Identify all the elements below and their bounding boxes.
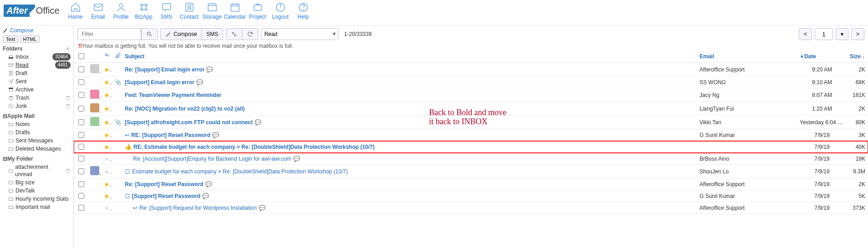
nav-contact[interactable]: Contact — [178, 2, 201, 20]
mail-row[interactable]: ★📎[Support] alfrofreight.com FTP could n… — [74, 116, 868, 129]
compose-link[interactable]: Compose — [10, 27, 33, 34]
col-flags[interactable] — [101, 50, 112, 63]
subject-link[interactable]: RE: Estimate budget for each company > R… — [133, 144, 375, 150]
row-checkbox[interactable] — [78, 92, 84, 98]
search-button[interactable] — [141, 28, 158, 40]
row-checkbox[interactable] — [78, 168, 84, 174]
row-checkbox[interactable] — [78, 144, 84, 150]
filter-input[interactable] — [77, 28, 141, 40]
folder-draft[interactable]: Draft — [3, 69, 71, 77]
nav-storage[interactable]: Storage — [201, 2, 224, 20]
refresh-button[interactable] — [242, 28, 258, 40]
col-date[interactable]: ▼Date — [797, 50, 847, 63]
trash-icon[interactable] — [66, 168, 71, 173]
subject-link[interactable]: Fwd: TeamViewer Payment Reminder — [125, 92, 221, 98]
subject-link[interactable]: Re: [Support] Request for Wordpress Inst… — [139, 205, 257, 211]
folder-archive[interactable]: Archive — [3, 86, 71, 94]
mail-row[interactable]: ★Estimate budget for each company > Re: … — [74, 165, 868, 178]
compose-text-button[interactable]: Text — [3, 35, 18, 43]
compose-html-button[interactable]: HTML — [20, 35, 40, 43]
settings-button[interactable] — [226, 28, 242, 40]
mail-row[interactable]: ★Re: [Account][Support]Enquiry for Backe… — [74, 153, 868, 165]
mail-row[interactable]: ★Re: [Support] Reset Password 💬Afteroffi… — [74, 178, 868, 190]
star-icon[interactable]: ★ — [104, 119, 112, 126]
folder-hourly-incoming-stats[interactable]: Hourly incoming Stats — [3, 195, 71, 203]
nav-project[interactable]: Project — [246, 2, 269, 20]
row-checkbox[interactable] — [78, 181, 84, 187]
next-page-button[interactable]: > — [851, 28, 864, 40]
nav-sms[interactable]: SMS — [155, 2, 178, 20]
nav-home[interactable]: Home — [64, 2, 87, 20]
logo[interactable]: After Office — [4, 5, 60, 17]
col-email[interactable]: Email — [697, 50, 797, 63]
col-attach[interactable] — [112, 50, 122, 63]
subject-link[interactable]: Re: [NOC] Migration for vo22 (cbj2) to v… — [125, 106, 245, 112]
star-icon[interactable]: ★ — [104, 91, 112, 99]
my-folder-header[interactable]: ⊟ My Folder — [3, 156, 71, 162]
star-icon[interactable]: ★ — [104, 192, 112, 200]
folder-junk[interactable]: Junk — [3, 102, 71, 110]
collapse-icon[interactable]: ⊟ — [3, 113, 7, 119]
col-size[interactable]: Size ↕ — [847, 50, 868, 63]
star-icon[interactable]: ★ — [104, 143, 112, 151]
nav-help[interactable]: Help — [292, 2, 315, 20]
row-checkbox[interactable] — [78, 205, 84, 211]
subject-link[interactable]: [Support] Reset Password — [132, 193, 200, 199]
subject-link[interactable]: Re: [Support] Email login error — [125, 66, 204, 73]
row-checkbox[interactable] — [78, 193, 84, 199]
trash-icon[interactable] — [65, 95, 71, 101]
page-dropdown-button[interactable]: ▾ — [836, 28, 848, 40]
col-subject[interactable]: Subject — [122, 50, 697, 63]
sms-button[interactable]: SMS — [202, 28, 223, 40]
row-checkbox[interactable] — [78, 79, 84, 85]
mail-row[interactable]: ★↩RE: [Support] Reset Password 💬G Sunil … — [74, 129, 868, 141]
collapse-icon[interactable]: ⊟ — [3, 156, 7, 162]
folder-deleted-messages[interactable]: Deleted Messages — [3, 145, 71, 153]
nav-logout[interactable]: Logout — [269, 2, 292, 20]
star-icon[interactable]: ★ — [104, 168, 112, 175]
nav-calendar[interactable]: Calendar — [224, 2, 246, 20]
folder-notes[interactable]: Notes — [3, 120, 71, 128]
folder-drafts[interactable]: Drafts — [3, 128, 71, 137]
star-icon[interactable]: ★ — [104, 66, 112, 73]
folder-trash[interactable]: Trash — [3, 94, 71, 102]
mail-row[interactable]: ★[Support] Reset Password 💬G Sunil Kumar… — [74, 190, 868, 202]
nav-profile[interactable]: Profile — [110, 2, 133, 20]
folder-sent[interactable]: Sent — [3, 77, 71, 86]
subject-link[interactable]: [Support] Email login error — [125, 79, 194, 86]
star-icon[interactable]: ★ — [104, 132, 112, 139]
mail-row[interactable]: ★📎[Support] Email login error 💬SS WONG9:… — [74, 76, 868, 88]
folder-inbox[interactable]: Inbox32464 — [3, 53, 71, 61]
mail-row[interactable]: ★Fwd: TeamViewer Payment ReminderJacy Ng… — [74, 88, 868, 102]
star-icon[interactable]: ★ — [104, 79, 112, 86]
subject-link[interactable]: Re: [Support] Reset Password — [125, 181, 204, 187]
row-checkbox[interactable] — [78, 119, 84, 125]
subject-link[interactable]: Re: [Account][Support]Enquiry for Backen… — [133, 156, 291, 162]
subject-link[interactable]: Estimate budget for each company > Re: [… — [132, 168, 348, 175]
page-number-input[interactable] — [815, 28, 833, 40]
mail-row[interactable]: ★👍RE: Estimate budget for each company >… — [74, 141, 868, 153]
folder-read[interactable]: Read4491 — [3, 61, 71, 69]
row-checkbox[interactable] — [78, 132, 84, 138]
row-checkbox[interactable] — [78, 156, 84, 162]
compose-button[interactable]: Compose — [160, 28, 202, 40]
mail-row[interactable]: ★Re: [Support] Email login error 💬Aftero… — [74, 63, 868, 76]
star-icon[interactable]: ★ — [104, 181, 112, 188]
select-all-checkbox[interactable] — [78, 53, 84, 59]
apple-mail-header[interactable]: ⊟ Apple Mail — [3, 113, 71, 119]
nav-bizapp[interactable]: BizApp — [133, 2, 155, 20]
mail-row[interactable]: ★Re: [NOC] Migration for vo22 (cbj2) to … — [74, 102, 868, 116]
row-checkbox[interactable] — [78, 106, 84, 111]
subject-link[interactable]: [Support] alfrofreight.com FTP could not… — [125, 119, 253, 126]
folder-devtalk[interactable]: DevTalk — [3, 187, 71, 195]
view-select[interactable]: Read — [261, 28, 338, 40]
gear-icon[interactable] — [65, 46, 71, 51]
mail-row[interactable]: ★↩Re: [Support] Request for Wordpress In… — [74, 202, 868, 214]
trash-icon[interactable] — [65, 103, 71, 109]
nav-email[interactable]: Email — [87, 2, 110, 20]
prev-page-button[interactable]: < — [799, 28, 812, 40]
subject-link[interactable]: RE: [Support] Reset Password — [131, 132, 210, 138]
folder-big-size[interactable]: Big size — [3, 178, 71, 187]
star-icon[interactable]: ★ — [104, 204, 112, 212]
folder-attachenment-unread[interactable]: attachenment unread — [3, 163, 71, 178]
